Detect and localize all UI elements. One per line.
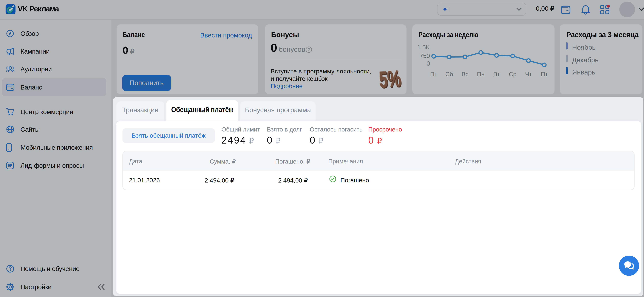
svg-text:750: 750 <box>420 52 430 59</box>
svg-text:Ср: Ср <box>509 71 516 78</box>
svg-text:Чт: Чт <box>525 71 532 78</box>
svg-text:0: 0 <box>426 60 430 67</box>
svg-text:Пн: Пн <box>477 71 485 78</box>
svg-text:1.5K: 1.5K <box>417 44 430 51</box>
svg-text:Вт: Вт <box>493 71 500 78</box>
svg-text:Пт: Пт <box>430 71 437 78</box>
svg-text:Пт: Пт <box>541 71 548 78</box>
svg-text:Вс: Вс <box>462 71 468 78</box>
svg-text:?: ? <box>308 47 310 52</box>
svg-text:Сб: Сб <box>445 71 453 78</box>
